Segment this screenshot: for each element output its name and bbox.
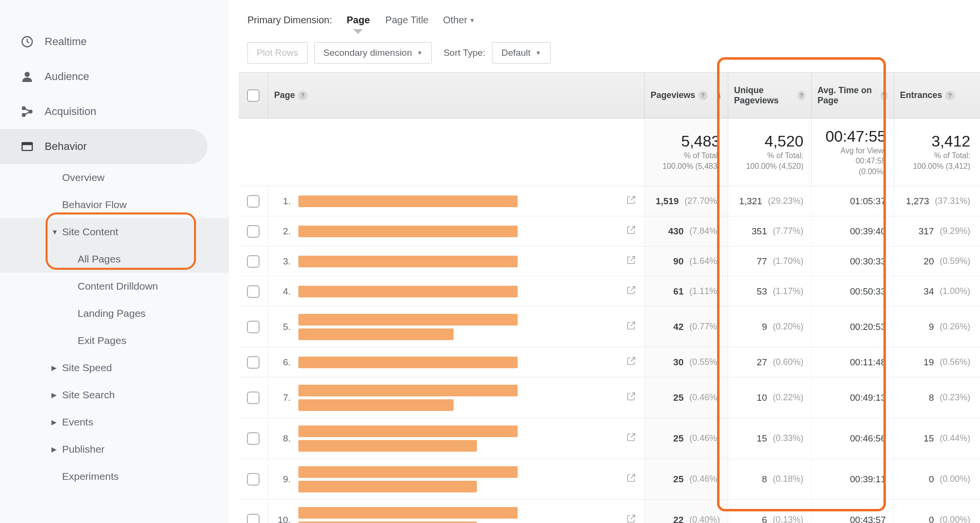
sidebar-label: Experiments: [62, 471, 119, 482]
sidebar-item-all-pages[interactable]: All Pages: [0, 245, 229, 273]
page-cell[interactable]: 3.: [268, 246, 644, 276]
sort-type-dropdown[interactable]: Default ▼: [492, 42, 550, 64]
help-icon[interactable]: ?: [698, 91, 708, 100]
plot-rows-button[interactable]: Plot Rows: [247, 42, 308, 64]
avg-time-cell: 00:11:48: [811, 347, 894, 377]
unique-pageviews-cell: 351(7.77%): [728, 216, 811, 246]
sidebar-item-site-search[interactable]: ▶ Site Search: [0, 381, 229, 409]
sort-type-label: Sort Type:: [443, 48, 485, 58]
open-in-new-icon[interactable]: [626, 255, 637, 268]
select-all-checkbox[interactable]: [247, 89, 260, 102]
sidebar-item-publisher[interactable]: ▶ Publisher: [0, 436, 229, 463]
sidebar-label: Site Content: [62, 226, 118, 238]
sidebar-item-site-speed[interactable]: ▶ Site Speed: [0, 354, 229, 381]
help-icon[interactable]: ?: [798, 91, 805, 100]
page-cell[interactable]: 7.: [268, 377, 644, 418]
column-header-page[interactable]: Page ?: [268, 73, 644, 118]
sidebar-item-site-content[interactable]: ▼ Site Content: [0, 218, 229, 245]
sidebar-item-behavior[interactable]: Behavior: [0, 129, 208, 164]
summary-value: 4,520: [765, 132, 803, 150]
row-checkbox[interactable]: [247, 356, 260, 369]
sidebar-item-audience[interactable]: Audience: [0, 59, 229, 94]
page-cell[interactable]: 1.: [268, 186, 644, 216]
sidebar-item-realtime[interactable]: Realtime: [0, 24, 229, 59]
unique-pageviews-cell: 8(0.18%): [728, 459, 811, 499]
acquisition-icon: [20, 105, 45, 118]
sidebar-item-experiments[interactable]: Experiments: [0, 463, 229, 490]
help-icon[interactable]: ?: [881, 91, 888, 100]
open-in-new-icon[interactable]: [626, 473, 637, 486]
row-number: 8.: [276, 433, 291, 444]
avg-time-cell: 00:50:33: [811, 277, 894, 306]
row-checkbox[interactable]: [247, 321, 260, 333]
avg-time-cell: 00:20:53: [811, 307, 894, 347]
row-select-cell: [239, 246, 268, 276]
sidebar-item-content-drilldown[interactable]: Content Drilldown: [0, 273, 229, 300]
sidebar-item-overview[interactable]: Overview: [0, 164, 229, 191]
sidebar-item-behavior-flow[interactable]: Behavior Flow: [0, 191, 229, 218]
entrances-cell: 9(0.26%): [894, 307, 978, 347]
open-in-new-icon[interactable]: [626, 391, 637, 404]
caret-down-icon: ▼: [536, 49, 541, 56]
open-in-new-icon[interactable]: [626, 225, 637, 238]
open-in-new-icon[interactable]: [626, 432, 637, 445]
row-checkbox[interactable]: [247, 195, 260, 208]
row-checkbox[interactable]: [247, 432, 260, 445]
open-in-new-icon[interactable]: [626, 513, 637, 523]
dimension-tab-page-title[interactable]: Page Title: [384, 12, 429, 29]
row-number: 1.: [276, 196, 291, 207]
row-select-cell: [239, 459, 268, 499]
summary-subtext: Avg for View: 00:47:55 (0.00%): [840, 146, 886, 177]
dimension-tab-other[interactable]: Other ▼: [443, 15, 475, 26]
unique-pageviews-cell: 1,321(29.23%): [728, 186, 811, 216]
column-header-unique-pageviews[interactable]: Unique Pageviews ?: [728, 73, 811, 118]
sidebar-item-exit-pages[interactable]: Exit Pages: [0, 327, 229, 354]
page-cell[interactable]: 5.: [268, 307, 644, 347]
page-cell[interactable]: 10.: [268, 500, 644, 523]
sidebar-item-acquisition[interactable]: Acquisition: [0, 94, 229, 129]
column-header-pageviews[interactable]: Pageviews ? ↓: [644, 73, 728, 118]
row-checkbox[interactable]: [247, 392, 260, 404]
page-cell[interactable]: 4.: [268, 277, 644, 306]
sidebar-item-landing-pages[interactable]: Landing Pages: [0, 300, 229, 327]
page-cell[interactable]: 6.: [268, 347, 644, 377]
unique-pageviews-cell: 15(0.33%): [728, 418, 811, 458]
page-cell[interactable]: 2.: [268, 216, 644, 246]
help-icon[interactable]: ?: [945, 91, 955, 100]
column-header-avg-time[interactable]: Avg. Time on Page ?: [811, 73, 894, 118]
unique-pageviews-cell: 77(1.70%): [728, 246, 811, 276]
sidebar-label: Site Speed: [62, 362, 112, 374]
open-in-new-icon[interactable]: [626, 356, 637, 369]
column-header-entrances[interactable]: Entrances ?: [894, 73, 978, 118]
row-checkbox[interactable]: [247, 473, 260, 486]
help-icon[interactable]: ?: [298, 91, 308, 100]
table-row: 9.25(0.46%)8(0.18%)00:39:110(0.00%): [239, 459, 980, 500]
row-checkbox[interactable]: [247, 514, 260, 523]
sidebar-label: Landing Pages: [78, 308, 146, 319]
summary-value: 3,412: [931, 132, 970, 150]
row-checkbox[interactable]: [247, 225, 260, 238]
open-in-new-icon[interactable]: [626, 320, 637, 333]
row-select-cell: [239, 418, 268, 458]
row-number: 5.: [276, 322, 291, 332]
open-in-new-icon[interactable]: [626, 285, 637, 298]
sidebar-item-events[interactable]: ▶ Events: [0, 409, 229, 436]
avg-time-cell: 00:49:13: [811, 377, 894, 418]
row-number: 9.: [276, 474, 291, 485]
page-path-redacted: [298, 466, 518, 492]
dimension-tab-page[interactable]: Page: [345, 12, 371, 29]
caret-right-icon: ▶: [51, 418, 57, 426]
row-checkbox[interactable]: [247, 255, 260, 268]
caret-down-icon: ▼: [417, 49, 423, 56]
summary-subtext: % of Total: 100.00% (5,483): [663, 150, 720, 171]
sidebar-label: Content Drilldown: [78, 280, 158, 292]
table-row: 7.25(0.46%)10(0.22%)00:49:138(0.23%): [239, 377, 980, 418]
page-cell[interactable]: 8.: [268, 418, 644, 458]
open-in-new-icon[interactable]: [626, 195, 637, 208]
column-label: Unique Pageviews: [734, 85, 795, 106]
row-checkbox[interactable]: [247, 285, 260, 298]
secondary-dimension-dropdown[interactable]: Secondary dimension ▼: [314, 42, 432, 64]
page-cell[interactable]: 9.: [268, 459, 644, 499]
entrances-cell: 19(0.56%): [894, 347, 978, 377]
avg-time-cell: 00:30:33: [811, 246, 894, 276]
